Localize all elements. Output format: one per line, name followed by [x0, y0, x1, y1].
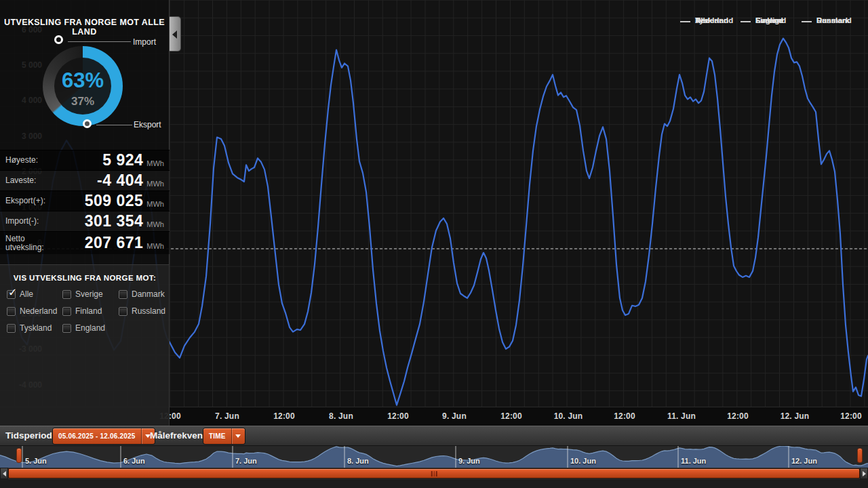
horizontal-scrollbar — [0, 468, 868, 479]
x-axis-tick-label: 11. Jun — [667, 411, 696, 421]
legend-dash-icon — [680, 21, 690, 22]
legend-label: England — [755, 16, 786, 24]
stat-row: Netto utveksling:207 671MWh — [0, 231, 170, 254]
navigator-right-handle[interactable] — [857, 448, 863, 463]
app: 6 0005 0004 0003 0002 0001 0000-1 000-2 … — [0, 0, 868, 488]
scroll-right-button[interactable] — [860, 468, 868, 479]
legend-label: Alle — [695, 16, 709, 24]
checkbox-label: England — [75, 323, 105, 333]
checkbox-tyskland[interactable]: Tyskland — [7, 323, 52, 333]
stat-label: Import(-): — [5, 217, 39, 226]
stat-label: Laveste: — [5, 176, 36, 185]
stat-unit: MWh — [146, 180, 164, 188]
navigator-date-label: 10. Jun — [570, 457, 596, 465]
eksport-label: Eksport — [134, 120, 161, 129]
checkbox-icon[interactable] — [62, 324, 71, 333]
stat-unit: MWh — [146, 159, 164, 167]
x-axis-tick-label: 8. Jun — [329, 411, 353, 421]
legend-item[interactable]: NederlandTysklandAlle — [680, 16, 736, 26]
legend-dash-icon — [741, 21, 751, 22]
date-range-value: 05.06.2025 - 12.06.2025 — [53, 428, 141, 444]
stat-value: 301 354 — [85, 212, 144, 230]
eksport-marker-line — [96, 125, 132, 125]
footer-strip — [0, 479, 868, 488]
sidebar: UTVEKSLING FRA NORGE MOT ALLE LAND 63% 3… — [0, 0, 170, 426]
navigator-date-label: 11. Jun — [681, 457, 706, 465]
legend-item[interactable]: SverigeFinlandEngland — [741, 16, 796, 26]
stat-row: Import(-):301 354MWh — [0, 211, 170, 231]
checkbox-nederland[interactable]: Nederland — [7, 306, 57, 316]
checkbox-label: Danmark — [132, 289, 165, 299]
checkbox-icon[interactable] — [7, 324, 16, 333]
x-axis-tick-label: 7. Jun — [215, 411, 239, 421]
checkbox-sverige[interactable]: Sverige — [62, 289, 103, 299]
stat-unit: MWh — [146, 220, 164, 228]
navigator-left-handle[interactable] — [16, 448, 22, 463]
checkbox-russland[interactable]: Russland — [119, 306, 165, 316]
checkbox-label: Sverige — [75, 289, 103, 299]
scrollbar-thumb[interactable] — [8, 468, 860, 479]
stat-unit: MWh — [146, 200, 164, 208]
checkbox-label: Alle — [20, 289, 33, 299]
malefrekvens-label: Målefrekvens: — [150, 430, 211, 441]
checkbox-england[interactable]: England — [62, 323, 105, 333]
x-axis-tick-label: 12:00 — [273, 411, 295, 421]
chevron-down-icon — [235, 434, 241, 438]
stats-list: Høyeste:5 924MWhLaveste:-4 404MWhEksport… — [0, 150, 170, 254]
scrollbar-grip-icon — [431, 471, 437, 476]
checkbox-label: Russland — [132, 306, 165, 316]
left-arrow-icon — [3, 471, 6, 476]
checkbox-icon[interactable] — [119, 307, 127, 316]
import-marker-icon — [54, 35, 63, 44]
tidsperiode-label: Tidsperiode: — [5, 430, 60, 441]
x-axis-tick-label: 10. Jun — [554, 411, 583, 421]
checkbox-icon[interactable] — [62, 307, 71, 316]
legend-item[interactable]: DanmarkRussland — [802, 16, 857, 26]
stat-row: Laveste:-4 404MWh — [0, 170, 170, 190]
navigator-date-label: 7. Jun — [235, 457, 257, 465]
checkbox-icon[interactable] — [7, 307, 16, 316]
checkbox-icon[interactable] — [62, 290, 71, 299]
x-axis-tick-label: 12:00 — [387, 411, 409, 421]
stat-label: Eksport(+): — [5, 197, 45, 205]
scroll-left-button[interactable] — [0, 468, 8, 479]
frequency-arrow[interactable] — [231, 428, 245, 444]
stat-value: -4 404 — [97, 171, 143, 190]
navigator-date-label: 9. Jun — [458, 457, 480, 465]
stat-value: 207 671 — [85, 234, 144, 252]
eksport-percentage: 63% — [43, 68, 123, 93]
legend-label-stack: DanmarkRussland — [816, 16, 857, 26]
checkbox-icon[interactable] — [119, 290, 127, 299]
sidebar-collapse-button[interactable] — [170, 16, 181, 52]
date-range-dropdown[interactable]: 05.06.2025 - 12.06.2025 — [53, 428, 155, 444]
collapse-left-icon — [172, 30, 177, 39]
stat-row: Høyeste:5 924MWh — [0, 150, 170, 170]
checkbox-checked-icon[interactable] — [7, 290, 16, 299]
checkbox-alle[interactable]: Alle — [7, 289, 33, 299]
x-axis-tick-label: 12:00 — [500, 411, 522, 421]
navigator-date-label: 8. Jun — [347, 457, 369, 465]
right-arrow-icon — [863, 471, 866, 476]
legend-label: Russland — [816, 16, 852, 24]
legend-dash-icon — [802, 21, 812, 22]
control-bar: Tidsperiode: 05.06.2025 - 12.06.2025 Mål… — [0, 426, 868, 446]
frequency-value: TIME — [203, 428, 231, 444]
import-percentage: 37% — [43, 95, 123, 108]
country-filter: VIS UTVEKSLING FRA NORGE MOT: AlleSverig… — [0, 264, 170, 426]
range-navigator[interactable]: 5. Jun6. Jun7. Jun8. Jun9. Jun10. Jun11.… — [0, 446, 868, 468]
checkbox-label: Nederland — [20, 306, 57, 316]
checkbox-label: Finland — [75, 306, 102, 316]
stat-label: Høyeste: — [5, 156, 38, 165]
stat-unit: MWh — [146, 242, 164, 250]
x-axis-tick-label: 12:00 — [614, 411, 635, 421]
frequency-dropdown[interactable]: TIME — [203, 428, 245, 444]
x-axis-tick-label: 12:00 — [727, 411, 749, 421]
stat-value: 509 025 — [85, 192, 144, 210]
checkbox-label: Tyskland — [20, 323, 52, 333]
sidebar-title: UTVEKSLING FRA NORGE MOT ALLE LAND — [0, 18, 169, 37]
stat-label: Netto utveksling: — [5, 235, 64, 251]
navigator-date-label: 5. Jun — [25, 457, 47, 465]
checkbox-danmark[interactable]: Danmark — [119, 289, 165, 299]
x-axis-tick-label: 9. Jun — [442, 411, 467, 421]
checkbox-finland[interactable]: Finland — [62, 306, 102, 316]
